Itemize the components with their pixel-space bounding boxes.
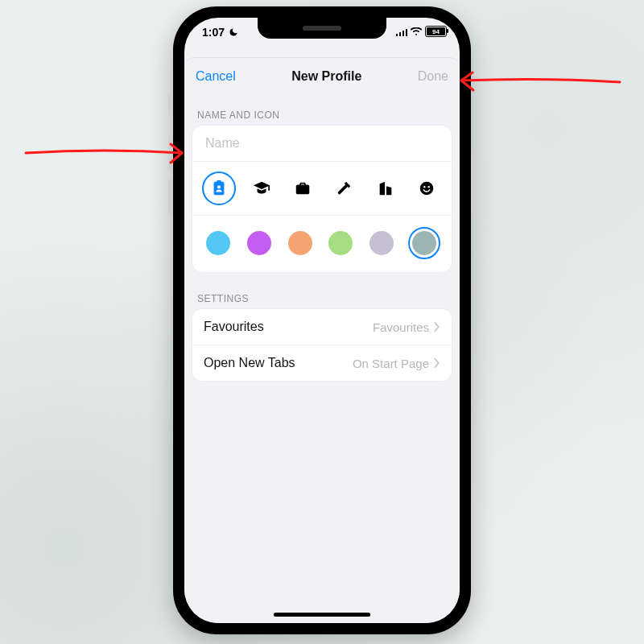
screen: 1:07 94: [184, 18, 460, 623]
color-swatch[interactable]: [408, 227, 440, 259]
svg-point-4: [423, 186, 425, 188]
done-button[interactable]: Done: [418, 69, 448, 84]
name-input[interactable]: [204, 135, 444, 151]
chevron-right-icon: [434, 322, 440, 332]
nav-bar: Cancel New Profile Done: [184, 58, 460, 95]
color-swatch[interactable]: [204, 229, 233, 258]
annotation-arrow-name: [24, 138, 189, 171]
status-time: 1:07: [202, 26, 225, 39]
annotation-arrow-done: [455, 66, 624, 101]
battery-percentage: 94: [432, 28, 440, 35]
favourites-value: Favourites: [373, 320, 429, 334]
color-swatch[interactable]: [286, 229, 315, 258]
settings-card: Favourites Favourites Open New Tabs On S…: [192, 309, 452, 381]
favourites-label: Favourites: [204, 320, 264, 334]
earpiece: [303, 26, 341, 31]
open-new-tabs-row[interactable]: Open New Tabs On Start Page: [192, 345, 452, 381]
profile-badge-icon[interactable]: [202, 171, 236, 205]
graduation-cap-icon[interactable]: [246, 173, 277, 204]
name-and-icon-header: NAME AND ICON: [197, 109, 447, 121]
icon-options-row: [192, 162, 452, 215]
svg-point-3: [420, 182, 434, 196]
notch: [258, 18, 386, 39]
volume-up-button: [168, 135, 173, 172]
svg-point-2: [217, 185, 221, 188]
battery-icon: 94: [425, 26, 447, 37]
name-input-row: [192, 126, 452, 161]
cellular-signal-icon: [396, 27, 408, 36]
color-swatch[interactable]: [245, 229, 274, 258]
svg-rect-1: [217, 180, 221, 182]
chevron-right-icon: [434, 358, 440, 368]
phone-chassis: 1:07 94: [173, 6, 471, 634]
building-icon[interactable]: [370, 173, 401, 204]
do-not-disturb-icon: [229, 27, 238, 37]
silence-switch: [168, 93, 173, 116]
smiley-icon[interactable]: [411, 173, 442, 204]
hammer-icon[interactable]: [329, 173, 360, 204]
cancel-button[interactable]: Cancel: [196, 69, 236, 84]
svg-point-5: [427, 186, 429, 188]
name-icon-card: [192, 126, 452, 272]
home-indicator[interactable]: [274, 613, 370, 617]
briefcase-icon[interactable]: [287, 173, 318, 204]
open-new-tabs-label: Open New Tabs: [204, 356, 295, 370]
color-options-row: [192, 216, 452, 272]
favourites-row[interactable]: Favourites Favourites: [192, 309, 452, 345]
open-new-tabs-value: On Start Page: [353, 357, 429, 370]
color-swatch[interactable]: [367, 229, 396, 258]
volume-down-button: [168, 179, 173, 216]
new-profile-sheet: Cancel New Profile Done NAME AND ICON SE…: [184, 58, 460, 623]
page-title: New Profile: [291, 69, 361, 84]
power-button: [471, 151, 476, 214]
settings-header: SETTINGS: [197, 293, 447, 304]
color-swatch[interactable]: [326, 229, 355, 258]
wifi-icon: [411, 27, 422, 36]
